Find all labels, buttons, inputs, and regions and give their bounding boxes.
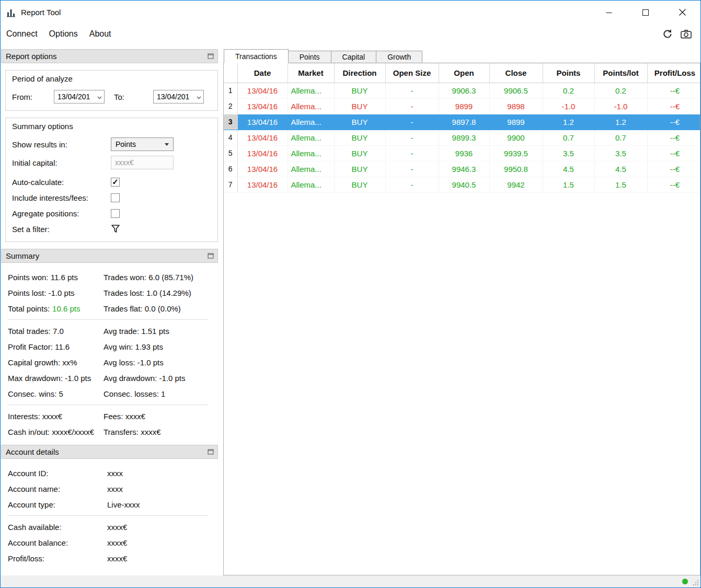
- row-number[interactable]: 7: [224, 177, 237, 192]
- tab-transactions[interactable]: Transactions: [224, 49, 289, 63]
- cell-open-size[interactable]: -: [385, 161, 439, 177]
- cell-points-lot[interactable]: 3.5: [594, 145, 647, 161]
- cell-close[interactable]: 9898: [489, 98, 543, 114]
- to-date-combo[interactable]: 13/04/201: [153, 90, 204, 103]
- cell-market[interactable]: Allema...: [288, 145, 334, 161]
- cell-profit-loss[interactable]: --€: [647, 98, 700, 114]
- from-date-combo[interactable]: 13/04/201: [54, 90, 105, 103]
- cell-points[interactable]: 1.5: [543, 177, 594, 192]
- tab-capital[interactable]: Capital: [331, 51, 377, 63]
- cell-open[interactable]: 9899: [439, 98, 489, 114]
- cell-close[interactable]: 9900: [489, 130, 543, 145]
- column-header-points[interactable]: Points: [543, 63, 594, 83]
- cell-points-lot[interactable]: -1.0: [594, 98, 647, 114]
- cell-points-lot[interactable]: 1.2: [594, 114, 647, 130]
- cell-points-lot[interactable]: 0.7: [594, 130, 647, 145]
- cell-close[interactable]: 9939.5: [489, 145, 543, 161]
- cell-close[interactable]: 9899: [489, 114, 543, 130]
- cell-direction[interactable]: BUY: [334, 98, 385, 114]
- row-number[interactable]: 1: [224, 83, 237, 98]
- maximize-button[interactable]: [627, 1, 664, 24]
- cell-direction[interactable]: BUY: [334, 161, 385, 177]
- cell-close[interactable]: 9906.5: [489, 83, 543, 98]
- table-row[interactable]: 1 13/04/16 Allema... BUY - 9906.3 9906.5…: [224, 83, 700, 98]
- cell-close[interactable]: 9950.8: [489, 161, 543, 177]
- cell-open[interactable]: 9899.3: [439, 130, 489, 145]
- menu-item-connect[interactable]: Connect: [1, 27, 43, 41]
- cell-open-size[interactable]: -: [385, 98, 439, 114]
- menu-item-options[interactable]: Options: [43, 27, 84, 41]
- row-number[interactable]: 2: [224, 98, 237, 114]
- cell-profit-loss[interactable]: --€: [647, 114, 700, 130]
- resize-grip[interactable]: [692, 579, 699, 586]
- table-row[interactable]: 2 13/04/16 Allema... BUY - 9899 9898 -1.…: [224, 98, 700, 114]
- cell-date[interactable]: 13/04/16: [237, 83, 288, 98]
- row-number[interactable]: 6: [224, 161, 237, 177]
- cell-points[interactable]: 0.7: [543, 130, 594, 145]
- cell-points[interactable]: 1.2: [543, 114, 594, 130]
- cell-market[interactable]: Allema...: [288, 161, 334, 177]
- screenshot-button[interactable]: [681, 29, 692, 39]
- cell-profit-loss[interactable]: --€: [647, 177, 700, 192]
- include-interests-checkbox[interactable]: [111, 193, 120, 202]
- cell-profit-loss[interactable]: --€: [647, 83, 700, 98]
- table-row[interactable]: 5 13/04/16 Allema... BUY - 9936 9939.5 3…: [224, 145, 700, 161]
- cell-date[interactable]: 13/04/16: [237, 161, 288, 177]
- cell-market[interactable]: Allema...: [288, 98, 334, 114]
- tab-growth[interactable]: Growth: [376, 51, 422, 63]
- cell-points[interactable]: 0.2: [543, 83, 594, 98]
- column-header-open-size[interactable]: Open Size: [385, 63, 439, 83]
- cell-date[interactable]: 13/04/16: [237, 98, 288, 114]
- cell-date[interactable]: 13/04/16: [237, 177, 288, 192]
- cell-open[interactable]: 9906.3: [439, 83, 489, 98]
- row-number[interactable]: 3: [224, 114, 237, 130]
- cell-open[interactable]: 9897.8: [439, 114, 489, 130]
- column-header-profit-loss[interactable]: Profit/Loss: [647, 63, 700, 83]
- close-button[interactable]: [664, 1, 700, 24]
- float-panel-icon[interactable]: [208, 449, 214, 455]
- column-header-points-lot[interactable]: Points/lot: [594, 63, 647, 83]
- float-panel-icon[interactable]: [208, 253, 214, 259]
- cell-open[interactable]: 9940.5: [439, 177, 489, 192]
- cell-open-size[interactable]: -: [385, 130, 439, 145]
- cell-profit-loss[interactable]: --€: [647, 130, 700, 145]
- cell-date[interactable]: 13/04/16: [237, 145, 288, 161]
- cell-open-size[interactable]: -: [385, 114, 439, 130]
- row-number[interactable]: 4: [224, 130, 237, 145]
- cell-market[interactable]: Allema...: [288, 177, 334, 192]
- menu-item-about[interactable]: About: [84, 27, 117, 41]
- cell-points[interactable]: 4.5: [543, 161, 594, 177]
- cell-market[interactable]: Allema...: [288, 130, 334, 145]
- column-header-direction[interactable]: Direction: [334, 63, 385, 83]
- initial-capital-input[interactable]: [111, 156, 174, 169]
- table-row[interactable]: 6 13/04/16 Allema... BUY - 9946.3 9950.8…: [224, 161, 700, 177]
- cell-open[interactable]: 9936: [439, 145, 489, 161]
- cell-direction[interactable]: BUY: [334, 145, 385, 161]
- column-header-market[interactable]: Market: [288, 63, 334, 83]
- cell-market[interactable]: Allema...: [288, 83, 334, 98]
- refresh-button[interactable]: [662, 29, 673, 39]
- minimize-button[interactable]: [591, 1, 627, 24]
- cell-direction[interactable]: BUY: [334, 130, 385, 145]
- cell-profit-loss[interactable]: --€: [647, 161, 700, 177]
- cell-profit-loss[interactable]: --€: [647, 145, 700, 161]
- cell-close[interactable]: 9942: [489, 177, 543, 192]
- filter-button[interactable]: [111, 224, 120, 234]
- column-header-open[interactable]: Open: [439, 63, 489, 83]
- cell-open-size[interactable]: -: [385, 145, 439, 161]
- cell-direction[interactable]: BUY: [334, 114, 385, 130]
- aggregate-positions-checkbox[interactable]: [111, 209, 120, 218]
- cell-points-lot[interactable]: 4.5: [594, 161, 647, 177]
- cell-open-size[interactable]: -: [385, 83, 439, 98]
- column-header-close[interactable]: Close: [489, 63, 543, 83]
- cell-date[interactable]: 13/04/16: [237, 114, 288, 130]
- float-panel-icon[interactable]: [208, 53, 214, 59]
- cell-points[interactable]: -1.0: [543, 98, 594, 114]
- table-row[interactable]: 7 13/04/16 Allema... BUY - 9940.5 9942 1…: [224, 177, 700, 192]
- cell-open[interactable]: 9946.3: [439, 161, 489, 177]
- cell-points-lot[interactable]: 1.5: [594, 177, 647, 192]
- cell-market[interactable]: Allema...: [288, 114, 334, 130]
- cell-direction[interactable]: BUY: [334, 83, 385, 98]
- tab-points[interactable]: Points: [288, 51, 331, 63]
- cell-points-lot[interactable]: 0.2: [594, 83, 647, 98]
